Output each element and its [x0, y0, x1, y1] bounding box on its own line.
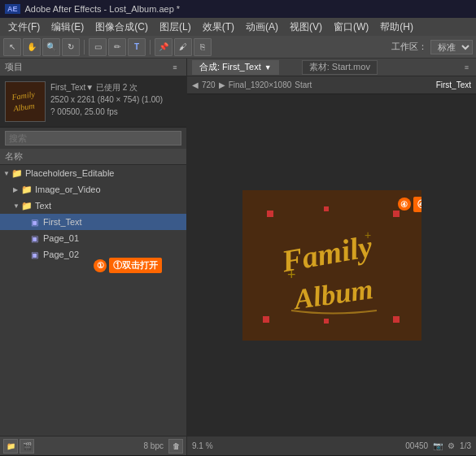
- annotation-1-text: ①双击打开: [109, 258, 162, 273]
- tool-rotate[interactable]: ↻: [62, 38, 80, 56]
- footage-tab-label: 素材: Start.mov: [309, 61, 370, 73]
- bpc-label: 8 bpc: [144, 441, 164, 450]
- comp-tab-menu[interactable]: ▼: [264, 63, 272, 72]
- camera-icon[interactable]: 📷: [433, 441, 443, 450]
- new-comp-btn[interactable]: 🎬: [20, 439, 34, 454]
- fraction-display: 1/3: [460, 441, 471, 450]
- preview-area: + + Family Album ④ ④可以在此处编辑文字: [187, 94, 476, 436]
- comp-icon: ▣: [31, 218, 41, 227]
- file-list-header: 名称: [0, 149, 186, 165]
- folder-image-video[interactable]: ▶ 📁 Image_or_Video: [0, 181, 186, 198]
- zoom-level: 9.1 %: [192, 441, 213, 450]
- search-bar: [0, 128, 186, 149]
- comp-icon: ▣: [31, 250, 41, 259]
- tool-clone[interactable]: ⎘: [194, 38, 212, 56]
- comp-icon: ▣: [31, 234, 41, 243]
- svg-rect-7: [393, 316, 400, 323]
- menu-layer[interactable]: 图层(L): [155, 19, 196, 36]
- tool-pen[interactable]: ✏: [108, 38, 126, 56]
- folder-text[interactable]: ▼ 📁 Text: [0, 198, 186, 214]
- comp-header: 合成: First_Text ▼ 素材: Start.mov ≡: [187, 59, 476, 76]
- folder-icon: 📁: [21, 185, 33, 195]
- panel-menu-btn[interactable]: ≡: [462, 63, 471, 72]
- preview-controls: 9.1 % 00450 📷 ⚙ 1/3: [187, 436, 476, 455]
- tool-select[interactable]: ↖: [3, 38, 21, 56]
- menu-view[interactable]: 视图(V): [285, 19, 327, 36]
- comp-label: Page_01: [43, 233, 79, 243]
- ae-logo: AE: [5, 4, 20, 14]
- tool-pin[interactable]: 📌: [155, 38, 172, 56]
- svg-rect-6: [263, 316, 269, 323]
- workspace-label: 工作区：: [391, 41, 427, 53]
- nav-720[interactable]: 720: [202, 80, 216, 89]
- project-comp-info: First_Text▼ 已使用 2 次 2520 x 2261 (840 × 7…: [50, 81, 163, 122]
- folder-placeholders[interactable]: ▼ 📁 Placeholders_Editable: [0, 165, 186, 181]
- project-panel-menu[interactable]: ≡: [168, 61, 181, 74]
- col-name-header: 名称: [5, 150, 23, 163]
- project-panel-title: 项目: [5, 61, 168, 73]
- workspace-area: 工作区： 标准: [391, 40, 473, 54]
- folder-label: Placeholders_Editable: [25, 168, 114, 178]
- settings-icon[interactable]: ⚙: [448, 441, 455, 450]
- comp-label: Page_02: [43, 250, 79, 259]
- separator-1: [84, 40, 85, 54]
- nav-final: Final_1920×1080: [229, 80, 292, 89]
- svg-rect-4: [267, 211, 273, 217]
- delete-btn[interactable]: 🗑: [168, 439, 183, 454]
- folder-arrow: ▶: [13, 186, 21, 193]
- preview-canvas: + + Family Album ④ ④可以在此处编辑文字: [242, 190, 421, 341]
- menu-window[interactable]: 窗口(W): [329, 19, 373, 36]
- menu-bar: 文件(F) 编辑(E) 图像合成(C) 图层(L) 效果(T) 动画(A) 视图…: [0, 18, 476, 36]
- nav-arrow-left[interactable]: ◀: [192, 80, 199, 89]
- folder-icon: 📁: [21, 201, 33, 211]
- tool-paint[interactable]: 🖌: [174, 38, 192, 56]
- nav-start[interactable]: Start: [295, 80, 312, 89]
- annotation-1-number: ①: [94, 259, 107, 272]
- new-folder-btn[interactable]: 📁: [3, 439, 18, 454]
- footage-tab[interactable]: 素材: Start.mov: [302, 60, 378, 75]
- nav-bar: ◀ 720 ▶ Final_1920×1080 Start First_Text: [187, 76, 476, 94]
- menu-file[interactable]: 文件(F): [3, 19, 45, 36]
- nav-active-tab[interactable]: First_Text: [436, 80, 471, 89]
- app-title: Adobe After Effects - Lost_Album.aep *: [25, 4, 181, 14]
- svg-rect-9: [324, 319, 329, 324]
- project-panel-header: 项目 ≡: [0, 59, 186, 76]
- comp-size: 2520 x 2261 (840 × 754) (1.00): [50, 93, 163, 106]
- project-panel: 项目 ≡ Family Album First_Text▼ 已使用 2 次 25…: [0, 59, 187, 455]
- timecode-display: 00450: [405, 441, 428, 450]
- folder-label: Text: [35, 201, 51, 211]
- menu-help[interactable]: 帮助(H): [375, 19, 418, 36]
- folder-arrow: ▼: [13, 202, 21, 210]
- tool-text[interactable]: T: [128, 38, 146, 56]
- annotation-4-area: ④ ④可以在此处编辑文字: [398, 197, 421, 212]
- search-input[interactable]: [5, 131, 181, 145]
- tool-zoom[interactable]: 🔍: [42, 38, 60, 56]
- menu-animation[interactable]: 动画(A): [241, 19, 283, 36]
- comp-tab-label: 合成: First_Text: [199, 61, 261, 73]
- annotation-1-area: ① ①双击打开: [94, 258, 162, 273]
- comp-name: First_Text▼: [50, 83, 94, 92]
- comp-label: First_Text: [43, 217, 82, 227]
- tool-hand[interactable]: ✋: [23, 38, 41, 56]
- project-thumbnail-area: Family Album First_Text▼ 已使用 2 次 2520 x …: [0, 76, 186, 128]
- nav-arrow-right[interactable]: ▶: [219, 80, 225, 89]
- annotation-4-number: ④: [398, 198, 411, 211]
- menu-effect[interactable]: 效果(T): [198, 19, 239, 36]
- preview-panel: 合成: First_Text ▼ 素材: Start.mov ≡ ◀ 720 ▶…: [187, 59, 476, 455]
- workspace-select[interactable]: 标准: [430, 40, 473, 54]
- menu-composition[interactable]: 图像合成(C): [90, 19, 153, 36]
- project-panel-bottom: 📁 🎬 8 bpc 🗑: [0, 436, 186, 455]
- comp-page-01[interactable]: ▣ Page_01: [0, 230, 186, 246]
- menu-edit[interactable]: 编辑(E): [46, 19, 89, 36]
- comp-usage: 已使用 2 次: [96, 83, 138, 92]
- comp-fps: ? 00500, 25.00 fps: [50, 106, 163, 118]
- file-tree: ▼ 📁 Placeholders_Editable ▶ 📁 Image_or_V…: [0, 165, 186, 436]
- folder-arrow: ▼: [3, 170, 11, 177]
- comp-first-text[interactable]: ▣ First_Text: [0, 214, 186, 230]
- title-bar: AE Adobe After Effects - Lost_Album.aep …: [0, 0, 476, 18]
- tool-shape-rect[interactable]: ▭: [89, 38, 107, 56]
- separator-2: [150, 40, 151, 54]
- comp-tab-first-text[interactable]: 合成: First_Text ▼: [192, 60, 279, 75]
- svg-rect-8: [324, 206, 329, 211]
- main-layout: 项目 ≡ Family Album First_Text▼ 已使用 2 次 25…: [0, 59, 476, 455]
